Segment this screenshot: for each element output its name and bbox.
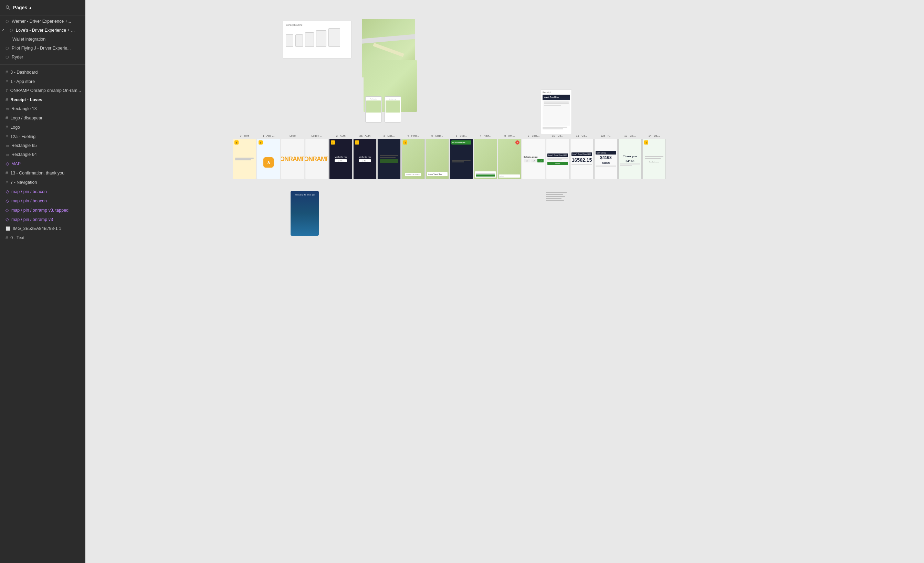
layer-label: 7 - Navigation xyxy=(10,180,37,185)
app-screenshot-text: Introducing the Driver app xyxy=(295,194,315,196)
layer-rect65[interactable]: ▭ Rectangle 65 xyxy=(0,141,86,150)
layer-pin-onramp-v3[interactable]: ◇ map / pin / onramp v3 xyxy=(0,215,86,224)
layer-thumb-frame[interactable]: ! Good afternoon xyxy=(642,139,666,179)
phone-pair: Fuel station Arrival map xyxy=(365,96,401,123)
sidebar-item-werner[interactable]: ⬡ Werner - Driver Experience +... xyxy=(0,17,86,26)
sidebar-item-label: Ryder xyxy=(12,55,23,60)
phone-label-2: Arrival map xyxy=(389,98,396,100)
app-screenshot: Introducing the Driver app xyxy=(291,191,319,236)
diamond-icon: ◇ xyxy=(6,189,9,194)
layer-thumb-label: 13 - Co... xyxy=(624,134,636,137)
sidebar: Pages ▲ ⬡ Werner - Driver Experience +..… xyxy=(0,0,86,563)
layer-thumb-generate: 11 - Ge... Love's Travel Stop #278 16502… xyxy=(570,134,594,179)
sidebar-item-pilot[interactable]: ⬡ Pilot Flying J - Driver Experie... xyxy=(0,44,86,52)
concept-outline-frame: Concept outline xyxy=(283,21,351,58)
layer-thumb-frame[interactable]: Love's Travel Stop #278 Confirm xyxy=(546,139,569,179)
layer-label: IMG_3E52EA84B798-1 1 xyxy=(13,226,61,231)
layer-receipt-loves[interactable]: # Receipt - Loves xyxy=(0,95,86,104)
hash-icon: # xyxy=(6,170,8,175)
layer-confirmation[interactable]: # 13 - Confirmation, thank you xyxy=(0,168,86,178)
phone-content-2 xyxy=(386,100,400,121)
phone-card-2: Arrival map xyxy=(384,96,401,123)
canvas-area[interactable]: Concept outline Fuel station xyxy=(86,0,924,563)
hash-icon: # xyxy=(6,79,8,84)
text-line xyxy=(546,200,564,201)
layers-strip: 0 - Text ! 1 - App ... ! ∧ xyxy=(229,134,780,179)
layer-text0[interactable]: # 0 - Text xyxy=(0,233,86,242)
layer-thumb-label: 1 - App ... xyxy=(262,134,274,137)
search-icon[interactable] xyxy=(6,5,10,10)
layer-thumb-label: 3 - Das... xyxy=(384,134,394,137)
layer-label: 0 - Text xyxy=(10,235,24,240)
layers-list: # 3 - Dashboard # 1 - App store T ONRAMP… xyxy=(0,66,86,244)
layer-thumb-frame[interactable]: NI Discount #04 xyxy=(450,139,473,179)
layer-navigation[interactable]: # 7 - Navigation xyxy=(0,178,86,187)
layer-label: map / pin / onramp v3, tapped xyxy=(11,208,69,213)
layer-thumb-frame[interactable]: ! xyxy=(233,139,256,179)
layer-pin-beacon1[interactable]: ◇ map / pin / beacon xyxy=(0,187,86,196)
layer-map[interactable]: ◇ MAP xyxy=(0,159,86,168)
concept-outline-label: Concept outline xyxy=(286,24,303,26)
layer-thumb-label: Logo xyxy=(290,134,296,137)
hash-icon: # xyxy=(6,235,8,240)
layer-thumb-frame[interactable] xyxy=(474,139,497,179)
layer-thumb-frame[interactable]: ! ∧ xyxy=(257,139,280,179)
warning-badge: ! xyxy=(331,141,335,145)
layer-thumb-frame[interactable]: ! Verify it's you 2 8 7 1 xyxy=(329,139,352,179)
receipt-preview: Receipt... Love's Travel Stop xyxy=(541,90,572,134)
layer-pin-beacon2[interactable]: ◇ map / pin / beacon xyxy=(0,196,86,205)
layer-logo-disappear[interactable]: # Logo / disappear xyxy=(0,113,86,123)
layer-onramp[interactable]: T ONRAMP Onramp onramp On-ram... xyxy=(0,86,86,95)
layer-thumb-confirm: 10 - Co... Love's Travel Stop #278 Confi… xyxy=(546,134,569,179)
layer-label: Rectangle 64 xyxy=(11,152,37,157)
layer-rect64[interactable]: ▭ Rectangle 64 xyxy=(0,150,86,159)
layer-thumb-frame[interactable]: ONRAMP xyxy=(305,139,328,179)
hash-icon: # xyxy=(6,180,8,185)
layer-pin-onramp-tapped[interactable]: ◇ map / pin / onramp v3, tapped xyxy=(0,205,86,215)
hash-icon: # xyxy=(6,134,8,139)
hash-icon: # xyxy=(6,97,8,102)
layer-rect13[interactable]: ▭ Rectangle 13 xyxy=(0,104,86,113)
chevron-icon: ▲ xyxy=(28,6,32,10)
layer-thumb-frame[interactable]: Love's Travel Stop #278 16502.15 xyxy=(570,139,594,179)
layer-img[interactable]: ⬜ IMG_3E52EA84B798-1 1 xyxy=(0,224,86,233)
phone-sm xyxy=(286,34,293,47)
layer-fueling[interactable]: # 12a - Fueling xyxy=(0,132,86,141)
layer-thumb-frame[interactable]: Love's Travel Stop xyxy=(426,139,449,179)
layer-thumb-frame[interactable]: ! Verify it's you 2 8 7 1 xyxy=(353,139,376,179)
layer-thumb-label: 9 - Sele... xyxy=(528,134,540,137)
receipt-img: Love's Travel Stop xyxy=(543,94,570,126)
layer-appstore[interactable]: # 1 - App store xyxy=(0,77,86,86)
sidebar-item-loves[interactable]: ✓ ⬡ Love's - Driver Experience + ... xyxy=(0,26,86,35)
layer-thumb-frame[interactable]: Thank you $4168 xyxy=(618,139,642,179)
layer-thumb-nav: 7 - Navi... xyxy=(474,134,497,179)
layer-logo[interactable]: # Logo xyxy=(0,123,86,132)
sidebar-item-wallet[interactable]: Wallet integration xyxy=(0,35,86,44)
pages-header[interactable]: Pages ▲ xyxy=(0,0,86,15)
concept-phones xyxy=(286,28,340,47)
layer-thumb-frame[interactable]: ! Find a fuel station xyxy=(401,139,425,179)
sidebar-item-ryder[interactable]: ⬡ Ryder xyxy=(0,52,86,61)
phone-xl xyxy=(328,28,340,47)
layer-label: Rectangle 65 xyxy=(11,143,37,148)
layer-thumb-arrival: 8 - Arri... × Arrived xyxy=(498,134,521,179)
layer-thumb-label: 8 - Arri... xyxy=(504,134,514,137)
sidebar-item-label: Pilot Flying J - Driver Experie... xyxy=(12,46,71,51)
layer-thumb-frame[interactable]: ONRAMP xyxy=(281,139,304,179)
layer-thumb-frame[interactable]: Now fueling $4168$3895 xyxy=(594,139,618,179)
layer-thumb-frame[interactable]: × Arrived xyxy=(498,139,521,179)
diamond-icon: ◇ xyxy=(6,208,9,213)
layer-thumb-dashboard2: 14 - Da... ! Good afternoon xyxy=(642,134,666,179)
layer-thumb-frame[interactable] xyxy=(377,139,401,179)
layer-label: 3 - Dashboard xyxy=(10,70,38,75)
diamond-icon: ◇ xyxy=(6,198,9,204)
layer-thumb-label: 11 - Ge... xyxy=(576,134,587,137)
phone-lg xyxy=(316,30,326,47)
layer-dashboard[interactable]: # 3 - Dashboard xyxy=(0,67,86,77)
layer-thumb-label: 7 - Navi... xyxy=(480,134,491,137)
text-line xyxy=(546,198,561,199)
layer-thumb-map: 5 - Map... Love's Travel Stop xyxy=(426,134,449,179)
svg-line-1 xyxy=(9,8,10,10)
layer-thumb-appstore: 1 - App ... ! ∧ xyxy=(257,134,280,179)
layer-thumb-frame[interactable]: Select a pump 11 12 13 xyxy=(522,139,545,179)
